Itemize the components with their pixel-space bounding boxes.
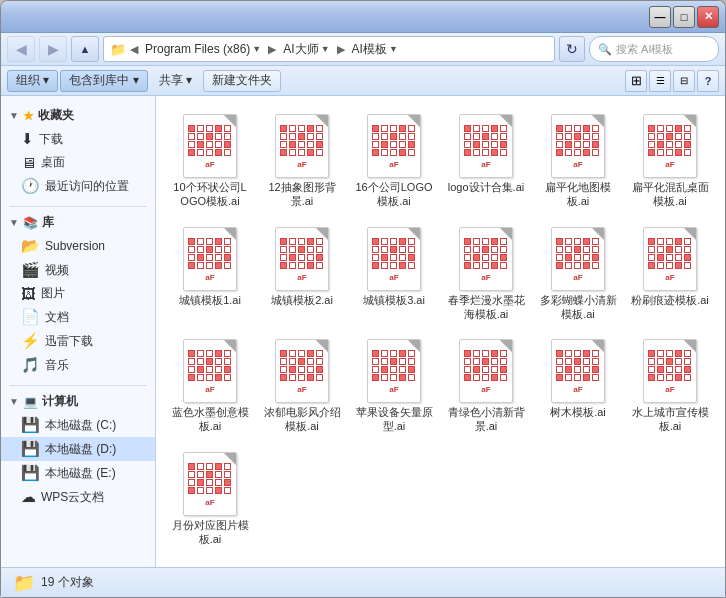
sidebar-item-desktop[interactable]: 🖥 桌面 [1, 151, 155, 174]
ai-grid-cell [648, 141, 655, 148]
ai-thumbnail-grid [280, 350, 324, 381]
file-name-label: 城镇模板1.ai [179, 293, 241, 307]
view-grid-button[interactable]: ⊟ [673, 70, 695, 92]
file-item[interactable]: aF城镇模板1.ai [166, 219, 254, 328]
ai-grid-cell [675, 238, 682, 245]
ai-grid-cell [583, 133, 590, 140]
file-item[interactable]: aF青绿色小清新背景.ai [442, 331, 530, 440]
ai-grid-cell [592, 141, 599, 148]
maximize-button[interactable]: □ [673, 6, 695, 28]
ai-grid-cell [188, 471, 195, 478]
ai-grid-cell [574, 366, 581, 373]
file-item[interactable]: aF12抽象图形背景.ai [258, 106, 346, 215]
sidebar-item-video[interactable]: 🎬 视频 [1, 258, 155, 282]
addr-ai-template[interactable]: AI模板 ▼ [349, 40, 401, 59]
file-corner-fold [500, 115, 512, 127]
sidebar-item-music[interactable]: 🎵 音乐 [1, 353, 155, 377]
share-menu[interactable]: 共享 ▾ [150, 70, 201, 92]
help-button[interactable]: ? [697, 70, 719, 92]
ai-grid-cell [583, 358, 590, 365]
ai-grid-cell [482, 133, 489, 140]
ai-grid-cell [215, 141, 222, 148]
sidebar-item-download[interactable]: ⬇ 下载 [1, 127, 155, 151]
sidebar-computer-header[interactable]: ▼ 💻 计算机 [1, 390, 155, 413]
ai-grid-cell [657, 149, 664, 156]
ai-grid-cell [197, 254, 204, 261]
sidebar-favorites-header[interactable]: ▼ ★ 收藏夹 [1, 104, 155, 127]
sidebar-item-disk-c[interactable]: 💾 本地磁盘 (C:) [1, 413, 155, 437]
sidebar-item-picture[interactable]: 🖼 图片 [1, 282, 155, 305]
sidebar-item-subversion[interactable]: 📂 Subversion [1, 234, 155, 258]
ai-grid-cell [280, 366, 287, 373]
sidebar-item-doc[interactable]: 📄 文档 [1, 305, 155, 329]
ai-grid-cell [188, 238, 195, 245]
minimize-button[interactable]: — [649, 6, 671, 28]
file-item[interactable]: aF扁平化地图模板.ai [534, 106, 622, 215]
file-corner-fold [592, 340, 604, 352]
file-item[interactable]: aF苹果设备矢量原型.ai [350, 331, 438, 440]
sidebar-library-header[interactable]: ▼ 📚 库 [1, 211, 155, 234]
status-count: 19 个对象 [41, 574, 94, 591]
ai-grid-cell [298, 149, 305, 156]
ai-file-type-label: aF [481, 160, 490, 169]
ai-grid-cell [215, 487, 222, 494]
forward-button[interactable]: ▶ [39, 36, 67, 62]
file-corner-fold [684, 228, 696, 240]
up-button[interactable]: ▲ [71, 36, 99, 62]
file-item[interactable]: aF粉刷痕迹模板.ai [626, 219, 714, 328]
file-item[interactable]: aF城镇模板2.ai [258, 219, 346, 328]
include-menu[interactable]: 包含到库中 ▾ [60, 70, 147, 92]
file-icon: aF [180, 225, 240, 293]
organize-menu[interactable]: 组织 ▾ [7, 70, 58, 92]
ai-grid-cell [280, 358, 287, 365]
view-details-button[interactable]: ⊞ [625, 70, 647, 92]
new-folder-button[interactable]: 新建文件夹 [203, 70, 281, 92]
search-box[interactable]: 🔍 搜索 AI模板 [589, 36, 719, 62]
ai-grid-cell [381, 254, 388, 261]
file-item[interactable]: aF水上城市宣传模板.ai [626, 331, 714, 440]
ai-grid-cell [666, 238, 673, 245]
file-corner-fold [592, 228, 604, 240]
ai-grid-cell [399, 246, 406, 253]
doc-icon: 📄 [21, 308, 40, 326]
ai-grid-cell [197, 133, 204, 140]
ai-file-icon: aF [459, 227, 513, 291]
close-button[interactable]: ✕ [697, 6, 719, 28]
back-button[interactable]: ◀ [7, 36, 35, 62]
file-item[interactable]: aF春季烂漫水墨花海模板.ai [442, 219, 530, 328]
addr-program-files[interactable]: Program Files (x86) ▼ [142, 41, 264, 57]
file-item[interactable]: aF浓郁电影风介绍模板.ai [258, 331, 346, 440]
sidebar-item-disk-e[interactable]: 💾 本地磁盘 (E:) [1, 461, 155, 485]
ai-file-type-label: aF [481, 385, 490, 394]
file-item[interactable]: aF16个公司LOGO模板.ai [350, 106, 438, 215]
file-item[interactable]: aFlogo设计合集.ai [442, 106, 530, 215]
file-icon: aF [272, 112, 332, 180]
ai-grid-cell [206, 254, 213, 261]
file-corner-fold [408, 115, 420, 127]
sidebar-item-thunder[interactable]: ⚡ 迅雷下载 [1, 329, 155, 353]
file-item[interactable]: aF树木模板.ai [534, 331, 622, 440]
ai-grid-cell [684, 262, 691, 269]
view-list-button[interactable]: ☰ [649, 70, 671, 92]
ai-grid-cell [684, 141, 691, 148]
ai-grid-cell [224, 141, 231, 148]
ai-grid-cell [188, 125, 195, 132]
ai-grid-cell [464, 366, 471, 373]
file-item[interactable]: aF月份对应图片模板.ai [166, 444, 254, 553]
ai-file-icon: aF [183, 114, 237, 178]
file-item[interactable]: aF多彩蝴蝶小清新模板.ai [534, 219, 622, 328]
file-item[interactable]: aF10个环状公司LOGO模板.ai [166, 106, 254, 215]
ai-grid-cell [399, 238, 406, 245]
file-item[interactable]: aF蓝色水墨创意模板.ai [166, 331, 254, 440]
sidebar-item-wps[interactable]: ☁ WPS云文档 [1, 485, 155, 509]
ai-grid-cell [390, 262, 397, 269]
sidebar-item-recent[interactable]: 🕐 最近访问的位置 [1, 174, 155, 198]
addr-ai-master[interactable]: AI大师 ▼ [280, 40, 332, 59]
ai-grid-cell [372, 149, 379, 156]
file-item[interactable]: aF扁平化混乱桌面模板.ai [626, 106, 714, 215]
file-item[interactable]: aF城镇模板3.ai [350, 219, 438, 328]
sidebar-item-disk-d[interactable]: 💾 本地磁盘 (D:) [1, 437, 155, 461]
refresh-button[interactable]: ↻ [559, 36, 585, 62]
address-bar[interactable]: 📁 ◀ Program Files (x86) ▼ ▶ AI大师 ▼ ▶ AI模… [103, 36, 555, 62]
file-corner-fold [316, 340, 328, 352]
